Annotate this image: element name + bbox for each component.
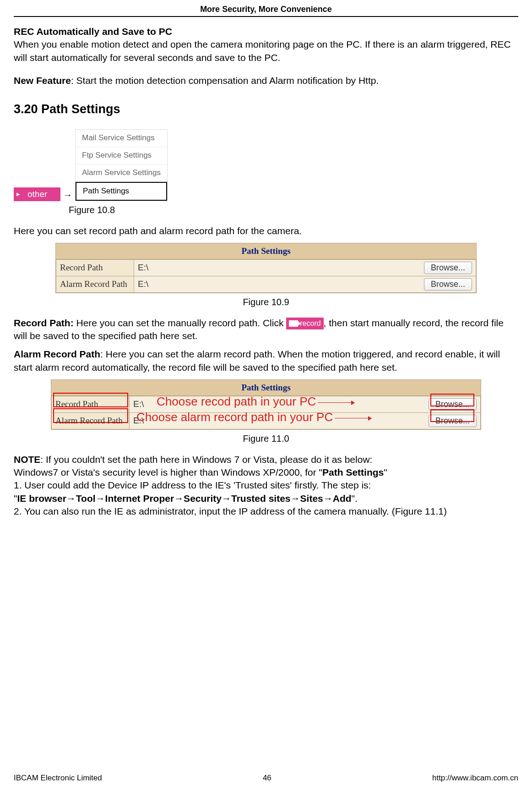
figure-10-9-caption: Figure 10.9 (14, 296, 518, 308)
new-feature-text: : Start the motion detection compensatio… (71, 75, 379, 86)
path-settings-heading: 3.20 Path Settings (14, 101, 518, 117)
note-text-2c: " (384, 467, 387, 477)
menu-item-alarm: Alarm Service Settings (76, 165, 167, 182)
path-settings-table-1: Path Settings Record Path E:\ Browse... … (55, 243, 477, 293)
note-text-1: : If you couldn't set the path here in W… (40, 454, 372, 465)
other-chip: other (14, 187, 60, 201)
alarm-record-path-label-cell: Alarm Record Path (56, 276, 134, 292)
page-header-title: More Security, More Convenience (14, 5, 518, 17)
other-chip-label: other (27, 188, 47, 200)
menu-item-path: Path Settings (76, 182, 167, 201)
step-1: 1. User could add the Device IP address … (14, 480, 371, 490)
record-chip: record (286, 318, 323, 329)
table-row: Alarm Record Path E:\ Browse... (52, 412, 481, 429)
page-footer: IBCAM Electronic Limited 46 http://www.i… (14, 774, 518, 783)
footer-page-number: 46 (263, 774, 271, 783)
menu-figure: other → Mail Service Settings Ftp Servic… (14, 129, 518, 201)
step-2: 2. You can also run the IE as administra… (14, 506, 447, 516)
browse-button[interactable]: Browse... (424, 262, 472, 274)
note-text-2a: Windows7 or Vista's security level is hi… (14, 467, 322, 477)
table-row: Alarm Record Path E:\ Browse... (56, 276, 476, 292)
path-settings-title-2: Path Settings (51, 380, 481, 396)
table-row: Record Path E:\ Browse... (56, 259, 476, 276)
record-path-label-cell: Record Path (56, 259, 134, 276)
record-chip-label: record (300, 320, 320, 327)
figure-10-8-caption: Figure 10.8 (69, 204, 518, 216)
menu-item-ftp: Ftp Service Settings (76, 147, 167, 165)
note-text-2b: Path Settings (322, 467, 384, 477)
new-feature-label: New Feature (14, 75, 71, 86)
browse-button[interactable]: Browse... (424, 278, 472, 291)
table-row: Record Path E:\ Browse... (52, 396, 481, 412)
alarm-record-path-value: E:\ (138, 278, 148, 290)
alarm-record-path-value-2: E:\ (133, 415, 144, 427)
alarm-record-path-bold: Alarm Record Path (14, 349, 100, 359)
settings-menu: Mail Service Settings Ftp Service Settin… (75, 129, 168, 201)
record-path-label-cell-2: Record Path (52, 396, 130, 412)
note-label: NOTE (14, 454, 40, 465)
footer-company: IBCAM Electronic Limited (14, 774, 102, 783)
alarm-record-path-label-cell-2: Alarm Record Path (52, 412, 130, 429)
record-path-value-2: E:\ (133, 398, 144, 410)
browse-button[interactable]: Browse... (429, 398, 477, 411)
menu-item-mail: Mail Service Settings (76, 130, 167, 147)
rec-heading: REC Automatically and Save to PC (14, 26, 172, 37)
path-settings-table-2: Path Settings Record Path E:\ Browse... … (51, 379, 481, 430)
figure-11-0-caption: Figure 11.0 (14, 433, 518, 445)
record-path-text1: Here you can set the manually record pat… (74, 318, 284, 328)
arrow-icon: → (63, 189, 72, 201)
content-body: REC Automatically and Save to PC When yo… (14, 25, 518, 518)
path-settings-title: Path Settings (56, 243, 476, 259)
record-path-bold: Record Path: (14, 318, 74, 328)
step-1b-b: IE browser→Tool→Internet Proper→Security… (17, 493, 351, 504)
camera-icon (289, 320, 298, 327)
footer-url: http://www.ibcam.com.cn (432, 774, 518, 783)
rec-body: When you enable motion detect and open t… (14, 39, 511, 62)
note-block: NOTE: If you couldn't set the path here … (14, 453, 518, 518)
browse-button[interactable]: Browse... (429, 415, 477, 427)
step-1b-c: ". (352, 493, 358, 504)
path-intro: Here you can set record path and alarm r… (14, 225, 518, 237)
record-path-value: E:\ (138, 262, 148, 274)
